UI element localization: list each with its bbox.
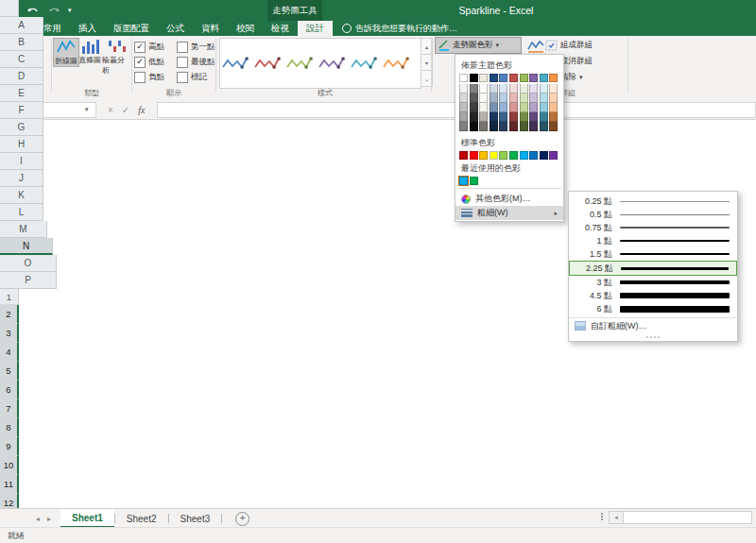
tabbar-splitter[interactable] — [601, 513, 603, 520]
column-header[interactable]: M — [0, 221, 47, 238]
theme-variant-swatch[interactable] — [470, 84, 478, 93]
theme-color-swatch[interactable] — [509, 74, 518, 82]
theme-color-swatch[interactable] — [529, 74, 538, 82]
theme-variant-swatch[interactable] — [540, 122, 548, 131]
weight-option-4.5點[interactable]: 4.5 點 — [569, 289, 737, 302]
row-header[interactable]: 3 — [0, 324, 19, 343]
standard-color-swatch[interactable] — [499, 151, 507, 160]
new-sheet-icon[interactable]: + — [235, 512, 249, 526]
theme-variant-swatch[interactable] — [499, 112, 507, 122]
theme-variant-swatch[interactable] — [499, 84, 507, 93]
scroll-left-icon[interactable]: ◂ — [609, 511, 624, 524]
menu-resize-handle[interactable] — [569, 333, 737, 341]
sheet-prev-icon[interactable]: ◂ — [36, 515, 40, 523]
theme-variant-swatch[interactable] — [490, 122, 498, 131]
theme-variant-swatch[interactable] — [509, 84, 518, 93]
theme-variant-swatch[interactable] — [499, 103, 507, 112]
weight-option-0.5點[interactable]: 0.5 點 — [569, 208, 737, 221]
column-header[interactable]: C — [0, 51, 43, 68]
theme-variant-swatch[interactable] — [459, 84, 468, 93]
more-colors-item[interactable]: 其他色彩(M)… — [455, 192, 563, 206]
weight-item[interactable]: 粗細(W) ▸ — [455, 206, 563, 220]
standard-color-swatch[interactable] — [479, 151, 488, 160]
weight-option-2.25點[interactable]: 2.25 點 — [569, 261, 737, 276]
theme-variant-swatch[interactable] — [509, 103, 518, 112]
row-header[interactable]: 6 — [0, 381, 19, 399]
theme-variant-swatch[interactable] — [490, 93, 498, 103]
theme-variant-swatch[interactable] — [520, 93, 528, 103]
theme-variant-swatch[interactable] — [459, 122, 468, 131]
theme-variant-swatch[interactable] — [540, 84, 548, 93]
theme-variant-swatch[interactable] — [520, 103, 528, 112]
weight-option-6點[interactable]: 6 點 — [569, 302, 737, 315]
weight-option-1點[interactable]: 1 點 — [569, 234, 737, 247]
row-header[interactable]: 9 — [0, 437, 19, 456]
weight-option-1.5點[interactable]: 1.5 點 — [569, 247, 737, 261]
theme-color-swatch[interactable] — [540, 74, 548, 82]
theme-color-swatch[interactable] — [479, 74, 488, 82]
recent-color-swatch[interactable] — [459, 177, 468, 185]
theme-variant-swatch[interactable] — [459, 93, 468, 103]
column-header[interactable]: O — [0, 255, 57, 272]
row-header[interactable]: 8 — [0, 418, 19, 437]
theme-color-swatch[interactable] — [490, 74, 498, 82]
row-header[interactable]: 7 — [0, 399, 19, 418]
recent-color-swatch[interactable] — [470, 177, 478, 185]
theme-variant-swatch[interactable] — [549, 84, 558, 93]
column-header[interactable]: K — [0, 187, 43, 204]
row-header[interactable]: 2 — [0, 305, 19, 324]
sheet-tab-sheet3[interactable]: Sheet3 — [169, 509, 222, 528]
theme-variant-swatch[interactable] — [459, 112, 468, 122]
theme-variant-swatch[interactable] — [529, 84, 538, 93]
theme-variant-swatch[interactable] — [520, 112, 528, 122]
theme-color-swatch[interactable] — [549, 74, 558, 82]
theme-color-swatch[interactable] — [499, 74, 507, 82]
theme-variant-swatch[interactable] — [520, 84, 528, 93]
horizontal-scrollbar[interactable]: ◂ — [609, 511, 752, 524]
theme-variant-swatch[interactable] — [540, 112, 548, 122]
theme-variant-swatch[interactable] — [499, 93, 507, 103]
standard-color-swatch[interactable] — [540, 151, 548, 160]
theme-variant-swatch[interactable] — [470, 112, 478, 122]
column-header[interactable]: D — [0, 68, 43, 85]
standard-color-swatch[interactable] — [529, 151, 538, 160]
theme-variant-swatch[interactable] — [509, 122, 518, 131]
theme-color-swatch[interactable] — [470, 74, 478, 82]
column-header[interactable]: F — [0, 102, 43, 119]
theme-variant-swatch[interactable] — [490, 84, 498, 93]
theme-variant-swatch[interactable] — [509, 112, 518, 122]
theme-variant-swatch[interactable] — [529, 93, 538, 103]
column-header[interactable]: E — [0, 85, 43, 102]
theme-variant-swatch[interactable] — [470, 122, 478, 131]
standard-color-swatch[interactable] — [459, 151, 468, 160]
column-header[interactable]: G — [0, 119, 43, 136]
theme-variant-swatch[interactable] — [529, 112, 538, 122]
theme-variant-swatch[interactable] — [479, 112, 488, 122]
theme-variant-swatch[interactable] — [549, 93, 558, 103]
standard-color-swatch[interactable] — [509, 151, 518, 160]
theme-variant-swatch[interactable] — [499, 122, 507, 131]
theme-variant-swatch[interactable] — [520, 122, 528, 131]
theme-variant-swatch[interactable] — [529, 103, 538, 112]
sheet-tab-sheet2[interactable]: Sheet2 — [115, 509, 168, 528]
standard-color-swatch[interactable] — [490, 151, 498, 160]
custom-weight-item[interactable]: 自訂粗細(W)… — [569, 317, 737, 333]
sheet-tab-sheet1[interactable]: Sheet1 — [60, 509, 114, 528]
standard-color-swatch[interactable] — [520, 151, 528, 160]
sheet-next-icon[interactable]: ▸ — [47, 515, 51, 523]
theme-color-swatch[interactable] — [520, 74, 528, 82]
weight-option-0.25點[interactable]: 0.25 點 — [569, 195, 737, 208]
theme-color-swatch[interactable] — [459, 74, 468, 82]
row-header[interactable]: 5 — [0, 362, 19, 381]
theme-variant-swatch[interactable] — [490, 103, 498, 112]
theme-variant-swatch[interactable] — [529, 122, 538, 131]
column-header[interactable]: J — [0, 170, 43, 187]
row-header[interactable]: 11 — [0, 475, 19, 494]
theme-variant-swatch[interactable] — [509, 93, 518, 103]
theme-variant-swatch[interactable] — [490, 112, 498, 122]
row-header[interactable]: 1 — [0, 289, 19, 305]
column-header[interactable]: P — [0, 272, 57, 289]
standard-color-swatch[interactable] — [549, 151, 558, 160]
theme-variant-swatch[interactable] — [479, 93, 488, 103]
column-header[interactable]: L — [0, 204, 43, 221]
